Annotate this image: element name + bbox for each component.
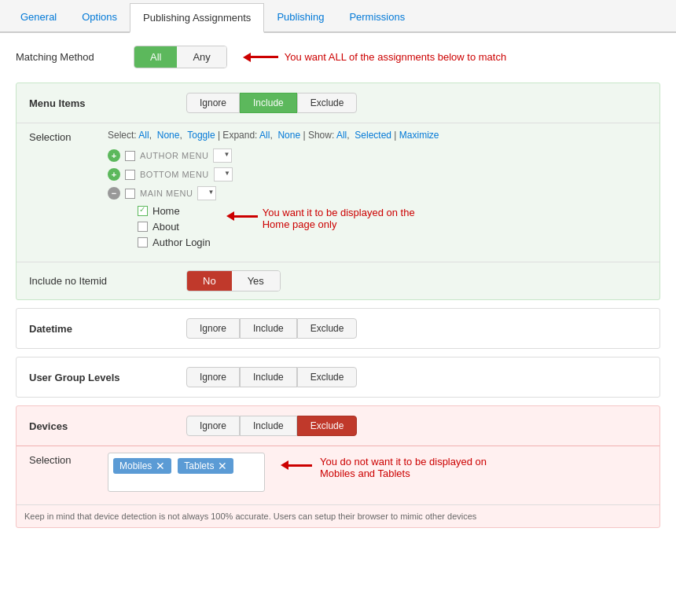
- menu-items-exclude-btn[interactable]: Exclude: [297, 93, 358, 113]
- user-group-ignore-btn[interactable]: Ignore: [186, 367, 240, 387]
- sub-items-area: Home About Author Login: [108, 205, 647, 252]
- datetime-exclude-btn[interactable]: Exclude: [297, 318, 358, 339]
- menu-items-btn-group: Ignore Include Exclude: [186, 93, 357, 113]
- datetime-ignore-btn[interactable]: Ignore: [186, 318, 240, 339]
- itemid-row: Include no Itemid No Yes: [17, 262, 659, 299]
- itemid-yes-btn[interactable]: Yes: [232, 271, 280, 291]
- select-toggle-link[interactable]: Toggle: [187, 130, 215, 141]
- author-menu-dropdown[interactable]: [213, 148, 232, 163]
- main-menu-checkbox[interactable]: [125, 189, 135, 199]
- main-menu-dropdown[interactable]: [197, 186, 216, 200]
- matching-method-row: Matching Method All Any You want ALL of …: [16, 46, 660, 68]
- matching-annotation: You want ALL of the assignments below to…: [243, 51, 506, 63]
- about-checkbox[interactable]: [138, 222, 148, 232]
- devices-include-btn[interactable]: Include: [240, 416, 297, 436]
- author-login-item: Author Login: [138, 236, 211, 248]
- devices-header: Devices Ignore Include Exclude: [17, 406, 659, 446]
- main-menu-dropdown-wrap: [197, 186, 216, 200]
- tab-permissions[interactable]: Permissions: [336, 3, 417, 31]
- devices-selection-content: Mobiles ✕ Tablets ✕ You do no: [108, 453, 501, 492]
- bottom-menu-checkbox[interactable]: [125, 170, 135, 180]
- user-group-btn-group: Ignore Include Exclude: [186, 367, 357, 387]
- author-login-label: Author Login: [152, 236, 211, 248]
- devices-exclude-btn[interactable]: Exclude: [297, 416, 358, 436]
- author-menu-dropdown-wrap: [213, 148, 232, 163]
- tab-publishing-assignments[interactable]: Publishing Assignments: [130, 3, 264, 33]
- menu-items-section: Menu Items Ignore Include Exclude Select…: [16, 82, 660, 300]
- select-none-link[interactable]: None: [157, 130, 180, 141]
- datetime-include-btn[interactable]: Include: [240, 318, 297, 339]
- user-group-header: User Group Levels Ignore Include Exclude: [17, 358, 659, 397]
- itemid-toggle: No Yes: [186, 270, 281, 292]
- tab-publishing[interactable]: Publishing: [264, 3, 336, 31]
- menu-items-include-btn[interactable]: Include: [240, 93, 297, 113]
- menu-items-header: Menu Items Ignore Include Exclude: [17, 83, 659, 123]
- about-item: About: [138, 221, 211, 233]
- menu-items-selection: Selection Select: All, None, Toggle | Ex…: [17, 123, 659, 262]
- home-annotation: You want it to be displayed on the Home …: [226, 207, 435, 230]
- devices-footer-note: Keep in mind that device detection is no…: [17, 504, 659, 527]
- devices-selection-row: Selection Mobiles ✕ Tablets ✕: [17, 446, 659, 501]
- matching-all-btn[interactable]: All: [134, 46, 177, 68]
- menu-items-title: Menu Items: [29, 97, 171, 109]
- devices-btn-group: Ignore Include Exclude: [186, 416, 357, 436]
- datetime-btn-group: Ignore Include Exclude: [186, 318, 357, 339]
- user-group-include-btn[interactable]: Include: [240, 367, 297, 387]
- home-annotation-text: You want it to be displayed on the Home …: [263, 207, 435, 230]
- devices-ignore-btn[interactable]: Ignore: [186, 416, 240, 436]
- sub-items-list: Home About Author Login: [138, 205, 211, 252]
- devices-title: Devices: [29, 420, 171, 432]
- bottom-menu-dropdown-wrap: [214, 167, 233, 182]
- matching-toggle: All Any: [134, 46, 227, 68]
- devices-section: Devices Ignore Include Exclude Selection…: [16, 405, 660, 528]
- author-menu-checkbox[interactable]: [125, 151, 135, 161]
- author-login-checkbox[interactable]: [138, 237, 148, 248]
- bottom-menu-expand-btn[interactable]: +: [108, 168, 120, 181]
- bottom-menu-row: + BOTTOM MENU: [108, 167, 647, 182]
- main-menu-label: MAIN MENU: [140, 189, 193, 198]
- devices-selection-area: Selection Mobiles ✕ Tablets ✕: [17, 446, 659, 501]
- author-menu-label: AUTHOR MENU: [140, 151, 208, 160]
- home-item: Home: [138, 205, 211, 217]
- tab-general[interactable]: General: [8, 3, 69, 31]
- home-label: Home: [152, 205, 180, 217]
- selection-label: Selection: [29, 130, 92, 143]
- datetime-title: Datetime: [29, 323, 171, 335]
- devices-annotation: You do not want it to be displayed on Mo…: [281, 456, 501, 479]
- menu-items-ignore-btn[interactable]: Ignore: [186, 93, 240, 113]
- author-menu-row: + AUTHOR MENU: [108, 148, 647, 163]
- show-all-link[interactable]: All: [336, 130, 347, 141]
- tab-bar: General Options Publishing Assignments P…: [0, 0, 676, 33]
- main-menu-collapse-btn[interactable]: −: [108, 187, 120, 200]
- author-menu-expand-btn[interactable]: +: [108, 149, 120, 162]
- tablets-tag-remove[interactable]: ✕: [218, 460, 227, 471]
- bottom-menu-label: BOTTOM MENU: [140, 170, 209, 179]
- devices-tags-input[interactable]: Mobiles ✕ Tablets ✕: [108, 453, 265, 492]
- itemid-no-btn[interactable]: No: [187, 271, 232, 291]
- bottom-menu-dropdown[interactable]: [214, 167, 233, 182]
- tablets-tag-label: Tablets: [184, 460, 214, 471]
- expand-none-link[interactable]: None: [277, 130, 300, 141]
- matching-any-btn[interactable]: Any: [177, 46, 226, 68]
- user-group-exclude-btn[interactable]: Exclude: [297, 367, 358, 387]
- devices-annotation-text: You do not want it to be displayed on Mo…: [320, 456, 501, 479]
- matching-annotation-text: You want ALL of the assignments below to…: [285, 51, 506, 63]
- show-selected-link[interactable]: Selected: [355, 130, 391, 141]
- tablets-tag: Tablets ✕: [178, 458, 233, 474]
- home-checkbox[interactable]: [138, 206, 148, 216]
- datetime-header: Datetime Ignore Include Exclude: [17, 309, 659, 348]
- devices-selection-label: Selection: [29, 453, 92, 466]
- itemid-label: Include no Itemid: [29, 275, 171, 287]
- select-all-link[interactable]: All: [138, 130, 149, 141]
- matching-method-label: Matching Method: [16, 51, 118, 63]
- tab-options[interactable]: Options: [69, 3, 130, 31]
- expand-all-link[interactable]: All: [259, 130, 270, 141]
- selection-links: Select: All, None, Toggle | Expand: All,…: [108, 130, 647, 141]
- mobiles-tag-remove[interactable]: ✕: [156, 460, 165, 471]
- maximize-link[interactable]: Maximize: [399, 130, 439, 141]
- user-group-section: User Group Levels Ignore Include Exclude: [16, 357, 660, 398]
- user-group-title: User Group Levels: [29, 372, 171, 383]
- mobiles-tag: Mobiles ✕: [113, 458, 171, 474]
- mobiles-tag-label: Mobiles: [119, 460, 152, 471]
- datetime-section: Datetime Ignore Include Exclude: [16, 308, 660, 349]
